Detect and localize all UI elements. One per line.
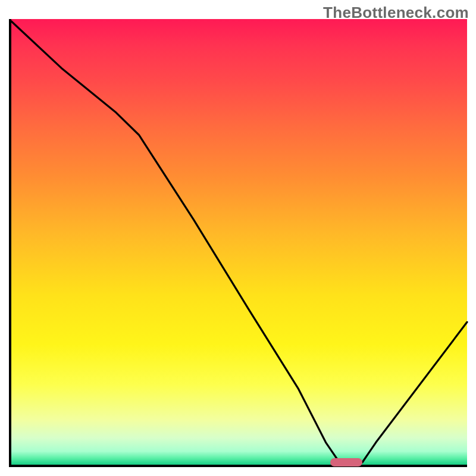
curve-path	[11, 21, 467, 463]
chart-stage: TheBottleneck.com	[0, 0, 476, 476]
plot-area	[9, 19, 467, 467]
bottleneck-curve	[11, 19, 467, 465]
optimum-marker	[330, 458, 362, 466]
